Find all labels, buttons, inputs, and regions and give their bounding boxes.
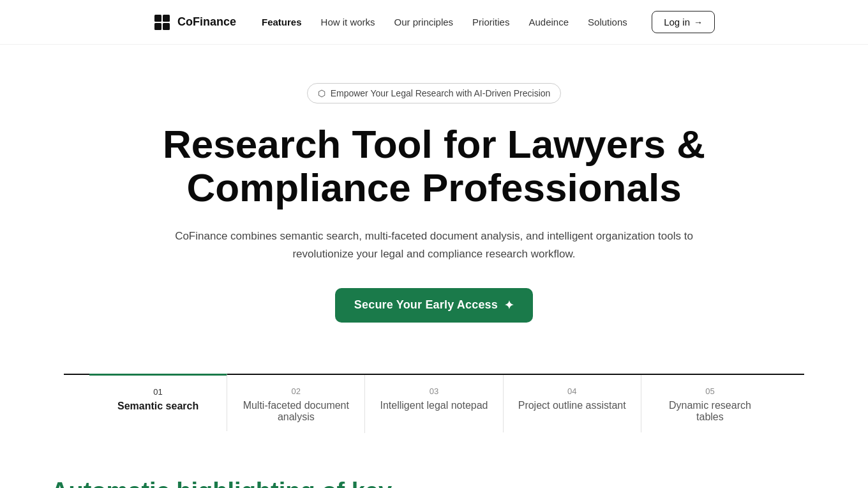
feature-label-1: Semantic search xyxy=(102,400,214,412)
svg-rect-2 xyxy=(154,23,161,30)
nav-link-audeince[interactable]: Audeince xyxy=(528,17,569,27)
cta-button[interactable]: Secure Your Early Access ✦ xyxy=(335,288,533,323)
login-button[interactable]: Log in → xyxy=(652,11,715,33)
sparkle-icon: ✦ xyxy=(504,298,514,312)
hero-badge: ⬡ Empower Your Legal Research with AI-Dr… xyxy=(307,83,562,103)
navbar: CoFinance Features How it works Our prin… xyxy=(0,0,868,45)
svg-rect-1 xyxy=(163,15,170,22)
feature-item-4[interactable]: 04 Project outline assistant xyxy=(504,375,641,432)
cta-label: Secure Your Early Access xyxy=(354,298,498,312)
feature-num-3: 03 xyxy=(378,386,490,396)
logo-text: CoFinance xyxy=(177,15,236,29)
feature-label-4: Project outline assistant xyxy=(516,400,628,411)
logo-icon xyxy=(153,13,171,31)
hero-subtitle: CoFinance combines semantic search, mult… xyxy=(172,227,696,262)
badge-icon: ⬡ xyxy=(318,88,326,98)
feature-item-5[interactable]: 05 Dynamic research tables xyxy=(641,375,779,433)
feature-num-5: 05 xyxy=(654,386,766,396)
badge-text: Empower Your Legal Research with AI-Driv… xyxy=(331,88,551,98)
feature-num-1: 01 xyxy=(102,387,214,397)
feature-item-2[interactable]: 02 Multi-faceted document analysis xyxy=(227,375,365,433)
nav-right: Log in → xyxy=(652,11,715,33)
hero-title: Research Tool for Lawyers & Compliance P… xyxy=(147,123,721,210)
features-strip-inner: 01 Semantic search 02 Multi-faceted docu… xyxy=(64,375,804,433)
nav-links: Features How it works Our principles Pri… xyxy=(262,17,627,27)
feature-item-3[interactable]: 03 Intelligent legal notepad xyxy=(365,375,503,432)
bottom-hint-title: Automatic highlighting of key xyxy=(51,478,817,488)
hero-section: ⬡ Empower Your Legal Research with AI-Dr… xyxy=(0,45,868,459)
feature-item-1[interactable]: 01 Semantic search xyxy=(89,374,227,431)
nav-left: CoFinance Features How it works Our prin… xyxy=(153,13,627,31)
nav-link-priorities[interactable]: Priorities xyxy=(472,17,509,27)
nav-link-features[interactable]: Features xyxy=(262,17,302,27)
login-label: Log in xyxy=(664,17,690,27)
nav-link-our-principles[interactable]: Our principles xyxy=(394,17,454,27)
feature-num-4: 04 xyxy=(516,386,628,396)
login-arrow-icon: → xyxy=(694,17,703,27)
nav-link-how-it-works[interactable]: How it works xyxy=(321,17,375,27)
feature-label-5: Dynamic research tables xyxy=(654,400,766,423)
feature-num-2: 02 xyxy=(240,386,352,396)
bottom-hint: Automatic highlighting of key xyxy=(0,459,868,488)
features-strip: 01 Semantic search 02 Multi-faceted docu… xyxy=(64,374,804,433)
svg-rect-0 xyxy=(154,15,161,22)
logo-area: CoFinance xyxy=(153,13,236,31)
feature-label-3: Intelligent legal notepad xyxy=(378,400,490,411)
svg-rect-3 xyxy=(163,23,170,30)
nav-link-solutions[interactable]: Solutions xyxy=(588,17,627,27)
feature-label-2: Multi-faceted document analysis xyxy=(240,400,352,423)
